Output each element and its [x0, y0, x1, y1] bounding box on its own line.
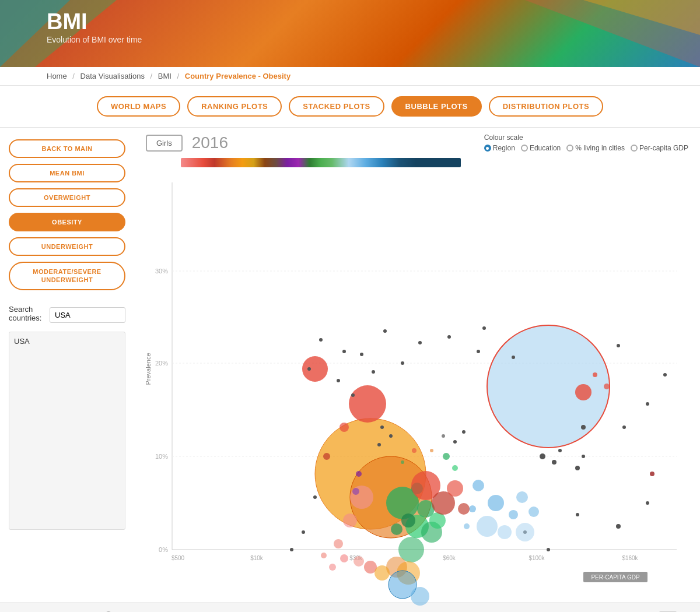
- svg-point-44: [372, 370, 375, 374]
- colour-scale-options: Region Education % living in cities Per-…: [484, 144, 688, 152]
- colour-option-gdp[interactable]: Per-capita GDP: [631, 144, 688, 152]
- svg-point-103: [540, 453, 545, 459]
- colour-option-region-label: Region: [493, 144, 515, 152]
- breadcrumb-home[interactable]: Home: [47, 72, 67, 80]
- svg-point-91: [650, 472, 654, 476]
- svg-point-77: [528, 507, 539, 517]
- svg-text:30%: 30%: [155, 268, 168, 275]
- svg-point-51: [663, 373, 667, 377]
- svg-point-90: [452, 465, 458, 471]
- breadcrumb: Home / Data Visualisations / BMI / Count…: [0, 67, 700, 86]
- svg-point-100: [380, 425, 384, 429]
- svg-point-63: [343, 513, 357, 527]
- svg-point-64: [334, 539, 343, 548]
- svg-point-34: [319, 338, 323, 342]
- svg-point-82: [447, 480, 463, 497]
- year-label: 2016: [192, 133, 228, 152]
- svg-point-70: [473, 480, 484, 491]
- svg-point-24: [349, 385, 386, 423]
- svg-point-48: [617, 344, 620, 347]
- svg-point-55: [616, 524, 621, 529]
- nav-tabs: WORLD MAPS RANKING PLOTS STACKED PLOTS B…: [0, 86, 700, 128]
- svg-point-50: [581, 425, 586, 430]
- bubble-chart-svg: Prevalence 30% 20% 10% 0% $500 $10k $30k…: [140, 171, 694, 590]
- breadcrumb-bmi[interactable]: BMI: [158, 72, 172, 80]
- app-subtitle: Evolution of BMI over time: [47, 35, 142, 44]
- tab-distribution-plots[interactable]: DISTRIBUTION PLOTS: [489, 96, 603, 117]
- svg-point-94: [430, 449, 433, 452]
- svg-point-78: [469, 505, 476, 512]
- main-container: BACK TO MAIN MEAN BMI OVERWEIGHT OBESITY…: [0, 128, 700, 602]
- search-row: Search countries:: [9, 305, 125, 326]
- colour-option-cities[interactable]: % living in cities: [566, 144, 625, 152]
- radio-education-dot: [521, 145, 528, 152]
- svg-point-37: [383, 329, 387, 333]
- svg-point-83: [458, 503, 470, 515]
- svg-point-74: [509, 510, 518, 519]
- app-title: BMI: [47, 10, 142, 33]
- svg-point-95: [442, 434, 445, 438]
- slider-area: ▶: [0, 602, 700, 612]
- colour-option-education[interactable]: Education: [521, 144, 561, 152]
- gender-button[interactable]: Girls: [146, 135, 183, 152]
- svg-point-88: [356, 471, 362, 477]
- svg-point-98: [377, 443, 381, 446]
- svg-text:$60k: $60k: [443, 555, 456, 561]
- color-legend-bar: [181, 158, 461, 167]
- svg-point-107: [582, 455, 585, 458]
- tab-ranking-plots[interactable]: RANKING PLOTS: [187, 96, 282, 117]
- tab-world-maps[interactable]: WORLD MAPS: [97, 96, 180, 117]
- svg-point-53: [622, 425, 626, 429]
- svg-text:0%: 0%: [159, 546, 168, 553]
- svg-point-60: [302, 530, 305, 534]
- controls-row: Girls 2016 Colour scale Region Education: [140, 133, 694, 152]
- breadcrumb-sep-3: /: [177, 72, 180, 80]
- gender-year: Girls 2016: [146, 133, 228, 152]
- svg-point-41: [360, 353, 363, 356]
- svg-point-75: [516, 491, 528, 503]
- svg-point-65: [329, 564, 336, 571]
- search-input[interactable]: [50, 307, 125, 323]
- colour-option-gdp-label: Per-capita GDP: [639, 144, 688, 152]
- sidebar-btn-overweight[interactable]: OVERWEIGHT: [9, 188, 125, 207]
- svg-point-22: [323, 453, 330, 460]
- colour-scale-title: Colour scale: [484, 133, 688, 142]
- sidebar-btn-moderate-severe[interactable]: MODERATE/SEVERE UNDERWEIGHT: [9, 262, 125, 290]
- tab-bubble-plots[interactable]: BUBBLE PLOTS: [391, 96, 482, 117]
- colour-option-education-label: Education: [530, 144, 561, 152]
- svg-point-31: [429, 512, 446, 529]
- svg-point-104: [552, 460, 556, 465]
- sidebar-btn-back-to-main[interactable]: BACK TO MAIN: [9, 139, 125, 158]
- tab-stacked-plots[interactable]: STACKED PLOTS: [289, 96, 384, 117]
- svg-point-20: [302, 356, 328, 382]
- svg-point-96: [453, 440, 457, 444]
- svg-point-40: [482, 326, 486, 330]
- svg-point-71: [488, 495, 504, 511]
- play-button[interactable]: ▶: [23, 609, 37, 612]
- page-header: BMI Evolution of BMI over time: [0, 0, 700, 67]
- svg-point-28: [401, 513, 415, 527]
- svg-point-47: [512, 356, 515, 359]
- header-content: BMI Evolution of BMI over time: [47, 10, 142, 44]
- svg-point-109: [604, 384, 610, 389]
- svg-point-54: [646, 501, 649, 505]
- svg-point-79: [464, 523, 470, 529]
- breadcrumb-sep-1: /: [72, 72, 75, 80]
- radio-gdp-dot: [631, 145, 638, 152]
- svg-text:PER-CAPITA GDP: PER-CAPITA GDP: [591, 574, 639, 581]
- colour-option-cities-label: % living in cities: [575, 144, 625, 152]
- sidebar-btn-obesity[interactable]: OBESITY: [9, 213, 125, 231]
- sidebar-btn-mean-bmi[interactable]: MEAN BMI: [9, 164, 125, 182]
- country-list-item[interactable]: USA: [14, 337, 120, 346]
- sidebar-btn-underweight[interactable]: UNDERWEIGHT: [9, 237, 125, 256]
- colour-option-region[interactable]: Region: [484, 144, 515, 152]
- play-icon: ▶: [26, 610, 34, 612]
- breadcrumb-sep-2: /: [150, 72, 153, 80]
- breadcrumb-current: Country Prevalence - Obesity: [185, 72, 290, 80]
- svg-point-49: [646, 402, 649, 406]
- svg-point-93: [401, 460, 404, 464]
- svg-point-108: [575, 384, 592, 400]
- svg-point-42: [337, 379, 340, 382]
- svg-point-87: [352, 488, 359, 495]
- breadcrumb-datavis[interactable]: Data Visualisations: [80, 72, 145, 80]
